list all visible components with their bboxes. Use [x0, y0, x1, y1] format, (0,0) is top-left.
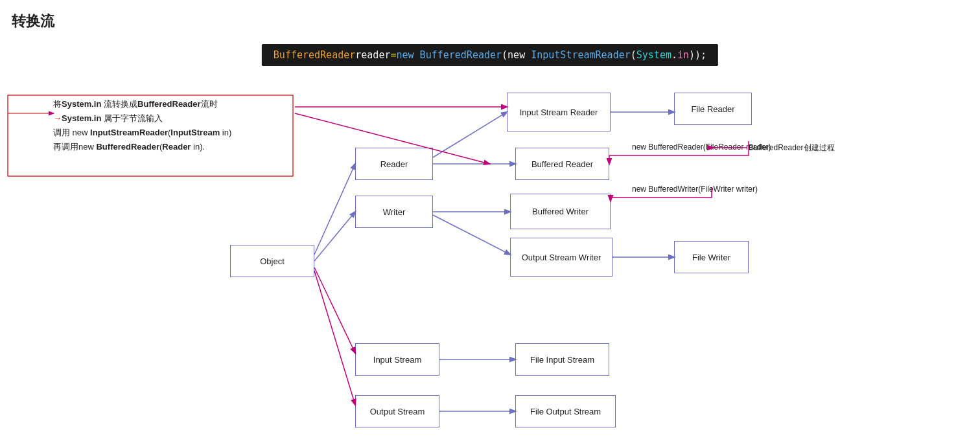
code-part4: new BufferedReader: [397, 49, 502, 61]
code-part7: (: [631, 49, 636, 61]
code-part1: BufferedReader: [274, 49, 355, 61]
note-line1: 将System.in 流转换成BufferedReader流时: [53, 97, 231, 111]
note-block: 将System.in 流转换成BufferedReader流时 →System.…: [53, 97, 231, 154]
code-part6: InputStreamReader: [531, 49, 631, 61]
svg-line-7: [433, 215, 510, 255]
code-part8: System: [636, 49, 671, 61]
code-part2: reader: [355, 49, 390, 61]
annotation-new-buffered-writer: new BufferedWriter(FileWriter writer): [632, 185, 758, 194]
code-banner: BufferedReaderreader=new BufferedReader(…: [262, 44, 718, 66]
box-file-reader: File Reader: [674, 93, 752, 125]
code-part3: =: [390, 49, 396, 61]
box-file-input-stream: File Input Stream: [515, 343, 609, 376]
page-title: 转换流: [12, 12, 54, 31]
code-part11: ));: [689, 49, 706, 61]
note-line4: 再调用new BufferedReader(Reader in).: [53, 140, 231, 154]
note-line3: 调用 new InputStreamReader(InputStream in): [53, 126, 231, 140]
box-input-stream-reader: Input Stream Reader: [507, 93, 611, 131]
box-input-stream: Input Stream: [355, 343, 439, 376]
svg-line-1: [314, 212, 355, 261]
svg-line-2: [314, 267, 355, 353]
code-part5: (new: [502, 49, 531, 61]
box-file-writer: File Writer: [674, 241, 749, 273]
svg-line-3: [314, 271, 355, 405]
box-reader: Reader: [355, 148, 433, 180]
box-file-output-stream: File Output Stream: [515, 395, 616, 427]
code-part9: .: [671, 49, 677, 61]
svg-line-0: [314, 164, 355, 255]
box-buffered-writer: Buffered Writer: [510, 194, 611, 229]
box-writer: Writer: [355, 196, 433, 228]
note-line2: →System.in 属于字节流输入: [53, 111, 231, 126]
box-output-stream: Output Stream: [355, 395, 439, 427]
box-buffered-reader: Buffered Reader: [515, 148, 609, 180]
arrows-svg: [0, 0, 980, 443]
box-object: Object: [230, 245, 314, 277]
svg-line-4: [433, 112, 507, 157]
annotation-buffered-reader-process: BufferedReader创建过程: [749, 142, 835, 153]
box-output-stream-writer: Output Stream Writer: [510, 238, 612, 277]
code-part10: in: [677, 49, 689, 61]
